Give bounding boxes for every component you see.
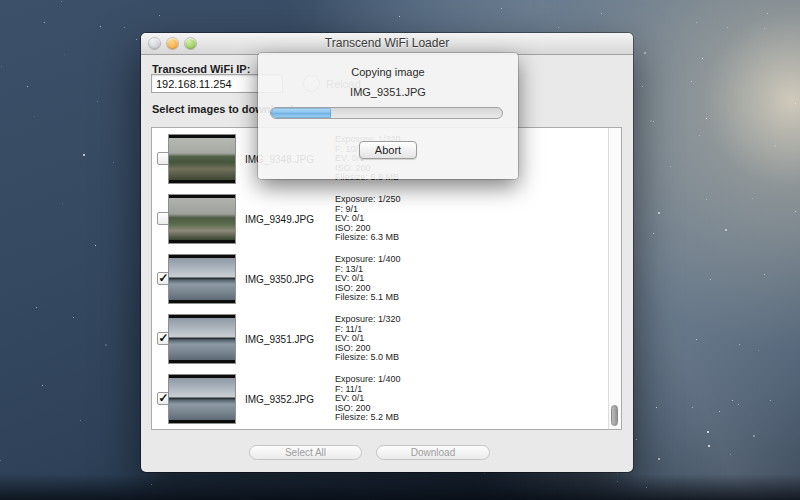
scrollbar-thumb[interactable] xyxy=(611,405,618,426)
progress-fill xyxy=(271,108,331,118)
image-filename: IMG_9350.JPG xyxy=(245,274,314,285)
image-thumbnail xyxy=(168,194,236,244)
exif-line: Filesize: 5.1 MB xyxy=(335,293,401,303)
abort-button[interactable]: Abort xyxy=(359,141,417,159)
exif-line: Filesize: 5.2 MB xyxy=(335,413,401,423)
photo-placeholder xyxy=(169,378,235,420)
minimize-button[interactable] xyxy=(167,38,178,49)
photo-placeholder xyxy=(169,198,235,240)
window-title: Transcend WiFi Loader xyxy=(141,33,633,54)
dialog-filename: IMG_9351.JPG xyxy=(258,86,518,98)
image-row: ✓IMG_9350.JPGExposure: 1/400F: 13/1EV: 0… xyxy=(152,248,608,308)
window-titlebar[interactable]: Transcend WiFi Loader xyxy=(141,33,633,55)
image-filename: IMG_9349.JPG xyxy=(245,214,314,225)
zoom-button[interactable] xyxy=(185,38,196,49)
photo-placeholder xyxy=(169,138,235,180)
image-exif-info: Exposure: 1/400F: 13/1EV: 0/1ISO: 200Fil… xyxy=(335,255,401,303)
dialog-title: Copying image xyxy=(258,66,518,78)
exif-line: Filesize: 5.0 MB xyxy=(335,353,401,363)
image-filename: IMG_9351.JPG xyxy=(245,334,314,345)
image-thumbnail xyxy=(168,314,236,364)
image-exif-info: Exposure: 1/320F: 11/1EV: 0/1ISO: 200Fil… xyxy=(335,315,401,363)
download-button[interactable]: Download xyxy=(376,445,490,460)
image-exif-info: Exposure: 1/250F: 9/1EV: 0/1ISO: 200File… xyxy=(335,195,401,243)
select-all-button[interactable]: Select All xyxy=(249,445,362,460)
copy-progress-dialog: Copying image IMG_9351.JPG Abort xyxy=(258,53,518,179)
image-thumbnail xyxy=(168,134,236,184)
image-row: ✓IMG_9352.JPGExposure: 1/400F: 11/1EV: 0… xyxy=(152,368,608,428)
exif-line: Filesize: 6.3 MB xyxy=(335,233,401,243)
image-exif-info: Exposure: 1/400F: 11/1EV: 0/1ISO: 200Fil… xyxy=(335,375,401,423)
traffic-lights xyxy=(149,38,196,49)
image-thumbnail xyxy=(168,374,236,424)
photo-placeholder xyxy=(169,258,235,300)
progress-bar xyxy=(270,107,503,119)
image-thumbnail xyxy=(168,254,236,304)
close-button[interactable] xyxy=(149,38,160,49)
image-filename: IMG_9352.JPG xyxy=(245,394,314,405)
image-row: ✓IMG_9351.JPGExposure: 1/320F: 11/1EV: 0… xyxy=(152,308,608,368)
image-row: IMG_9349.JPGExposure: 1/250F: 9/1EV: 0/1… xyxy=(152,188,608,248)
scrollbar[interactable] xyxy=(608,128,621,429)
photo-placeholder xyxy=(169,318,235,360)
desktop-wallpaper: Transcend WiFi Loader Transcend WiFi IP:… xyxy=(0,0,800,500)
